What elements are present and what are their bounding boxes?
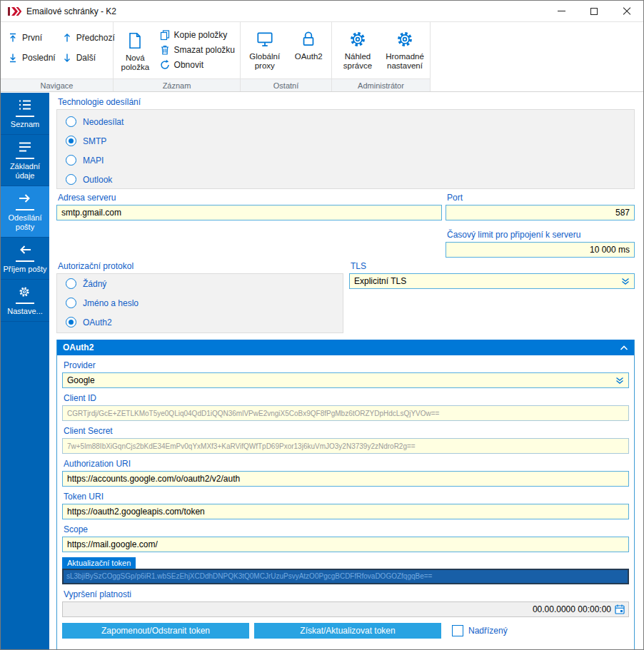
bulk-settings-button[interactable]: Hromadné nastavení xyxy=(382,24,428,78)
refresh-label: Obnovit xyxy=(174,60,203,70)
radio-circle-checked[interactable] xyxy=(66,317,76,327)
ribbon-group-label-other: Ostatní xyxy=(241,78,331,91)
sidebar-item-label: Nastave... xyxy=(2,307,48,316)
provider-select[interactable]: Google xyxy=(62,372,629,388)
sidebar-item-nastaveni[interactable]: Nastave... xyxy=(1,280,49,322)
sidebar-item-prijem-posty[interactable]: Příjem pošty xyxy=(1,238,49,280)
last-button[interactable]: Poslední xyxy=(5,49,58,66)
authorization-uri-label: Authorization URI xyxy=(64,459,629,469)
radio-neodesilat[interactable]: Neodesílat xyxy=(57,112,634,131)
refresh-token-value: sL3bjiBySzCOggSGp/p6iR1.wbSEzEhjXCDdhDNP… xyxy=(66,572,432,580)
delete-item-button[interactable]: Smazat položku xyxy=(157,43,237,57)
minimize-icon xyxy=(558,11,565,11)
radio-label: Neodesílat xyxy=(83,117,124,127)
token-uri-input[interactable] xyxy=(62,504,629,519)
parent-checkbox-label: Nadřízený xyxy=(468,626,508,636)
form-lines-icon xyxy=(18,141,32,153)
port-input[interactable] xyxy=(446,205,635,220)
sidebar-item-odesilani-posty[interactable]: Odesílání pošty xyxy=(1,186,49,238)
radio-circle-checked[interactable] xyxy=(66,136,76,146)
sidebar-item-label: Odesílání pošty xyxy=(2,213,48,232)
global-proxy-label: Globální proxy xyxy=(243,52,286,71)
previous-button[interactable]: Předchozí xyxy=(59,29,117,46)
expiry-value: 00.00.0000 00:00:00 xyxy=(533,604,611,614)
window-title: Emailové schránky - K2 xyxy=(26,6,116,16)
arrow-down-icon xyxy=(61,52,73,64)
new-item-button[interactable]: Nová položka xyxy=(118,25,153,78)
radio-jmeno-heslo[interactable]: Jméno a heslo xyxy=(57,293,343,313)
list-icon xyxy=(18,98,32,111)
ribbon: První Poslední Předchozí Další Navigace … xyxy=(1,22,643,92)
radio-outlook[interactable]: Outlook xyxy=(57,170,634,189)
ribbon-group-label-administrator: Administrátor xyxy=(332,78,430,91)
parent-checkbox[interactable] xyxy=(452,625,463,636)
global-proxy-button[interactable]: Globální proxy xyxy=(243,24,286,78)
icon-underline xyxy=(16,260,34,262)
main-content: Technologie odesílání Neodesílat SMTP MA… xyxy=(49,93,643,649)
first-button-label: První xyxy=(22,33,42,43)
tls-column: TLS Explicitní TLS xyxy=(349,261,635,333)
oauth2-button-label: OAuth2 xyxy=(295,52,323,61)
oauth2-section-header[interactable]: OAuth2 xyxy=(57,340,634,355)
refresh-token-label: Aktualizační token xyxy=(62,557,136,569)
admin-preview-label: Náhled správce xyxy=(335,52,381,71)
maximize-button[interactable] xyxy=(578,1,610,21)
expiry-input[interactable]: 00.00.0000 00:00:00 xyxy=(62,601,629,617)
scope-label: Scope xyxy=(64,524,629,534)
delete-item-label: Smazat položku xyxy=(174,45,235,55)
radio-circle[interactable] xyxy=(66,116,76,127)
radio-oauth2[interactable]: OAuth2 xyxy=(57,313,343,332)
radio-circle[interactable] xyxy=(66,155,76,166)
refresh-button[interactable]: Obnovit xyxy=(157,58,237,72)
ribbon-group-administrator: Náhled správce Hromadné nastavení Admini… xyxy=(332,22,431,91)
chevron-down-icon xyxy=(620,277,630,286)
authorization-uri-input[interactable] xyxy=(62,471,629,487)
sidebar-item-seznam[interactable]: Seznam xyxy=(1,93,49,135)
first-button[interactable]: První xyxy=(5,29,58,46)
provider-selected-value: Google xyxy=(67,375,615,385)
radio-circle[interactable] xyxy=(66,298,76,308)
trash-icon xyxy=(159,44,171,56)
auth-radio-group: Žádný Jméno a heslo OAuth2 xyxy=(56,273,343,333)
timeout-input[interactable] xyxy=(446,242,635,258)
calendar-icon[interactable] xyxy=(614,604,625,615)
window-controls xyxy=(545,1,643,21)
close-button[interactable] xyxy=(610,1,643,21)
parent-checkbox-wrap: Nadřízený xyxy=(452,625,508,636)
copy-item-button[interactable]: Kopie položky xyxy=(157,28,237,42)
client-id-input[interactable] xyxy=(62,405,629,421)
previous-button-label: Předchozí xyxy=(76,33,115,43)
server-address-input[interactable] xyxy=(56,205,442,220)
radio-label: Outlook xyxy=(83,175,112,185)
oauth2-panel: OAuth2 Provider Google Client ID Client … xyxy=(56,340,635,650)
radio-zadny[interactable]: Žádný xyxy=(57,274,343,293)
monitor-icon xyxy=(255,29,275,49)
sidebar-item-zakladni-udaje[interactable]: Základní údaje xyxy=(1,135,49,186)
refresh-token-input[interactable]: sL3bjiBySzCOggSGp/p6iR1.wbSEzEhjXCDdhDNP… xyxy=(62,569,629,584)
scope-input[interactable] xyxy=(62,537,629,552)
arrow-up-icon xyxy=(61,32,73,44)
get-token-button[interactable]: Získat/Aktualizovat token xyxy=(254,623,441,639)
lock-icon xyxy=(298,29,318,49)
icon-underline xyxy=(16,158,34,159)
minimize-button[interactable] xyxy=(545,1,578,21)
maximize-icon xyxy=(590,8,598,15)
ribbon-group-label-navigation: Navigace xyxy=(1,78,113,91)
document-icon xyxy=(125,31,145,51)
oauth2-section-title: OAuth2 xyxy=(63,342,619,352)
oauth2-button[interactable]: OAuth2 xyxy=(288,24,331,78)
admin-preview-button[interactable]: Náhled správce xyxy=(335,24,381,78)
port-label: Port xyxy=(447,193,635,203)
radio-smtp[interactable]: SMTP xyxy=(57,131,634,151)
radio-circle[interactable] xyxy=(66,278,76,289)
copy-item-label: Kopie položky xyxy=(174,30,228,40)
tls-select[interactable]: Explicitní TLS xyxy=(349,273,635,289)
chevron-up-icon[interactable] xyxy=(619,344,629,352)
next-button[interactable]: Další xyxy=(59,49,117,66)
forget-token-button[interactable]: Zapomenout/Odstranit token xyxy=(62,623,249,639)
icon-underline xyxy=(16,303,34,304)
refresh-icon xyxy=(159,59,171,71)
radio-mapi[interactable]: MAPI xyxy=(57,151,634,170)
client-secret-input[interactable] xyxy=(62,438,629,454)
radio-circle[interactable] xyxy=(66,174,76,185)
